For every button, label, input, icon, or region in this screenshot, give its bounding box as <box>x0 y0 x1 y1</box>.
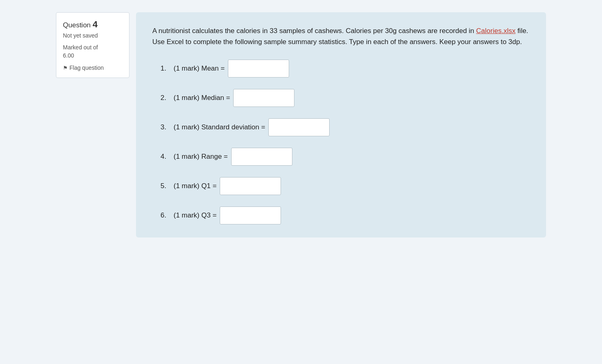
list-item: 5.(1 mark) Q1 = <box>161 177 530 195</box>
median-input[interactable] <box>233 89 294 107</box>
answer-list: 1.(1 mark) Mean =2.(1 mark) Median =3.(1… <box>152 60 530 224</box>
question-text: A nutritionist calculates the calories i… <box>152 25 530 47</box>
q3-input[interactable] <box>220 206 281 224</box>
item-label: (1 mark) Mean = <box>174 64 225 73</box>
item-label: (1 mark) Median = <box>174 94 230 102</box>
marked-out-of-text: Marked out of 6.00 <box>63 44 123 60</box>
list-item: 6.(1 mark) Q3 = <box>161 206 530 224</box>
item-number: 5. <box>161 182 170 190</box>
flag-icon: ⚑ <box>63 65 68 71</box>
item-label: (1 mark) Q3 = <box>174 211 216 220</box>
item-number: 1. <box>161 64 170 73</box>
mean-input[interactable] <box>228 60 289 78</box>
item-label: (1 mark) Range = <box>174 153 228 161</box>
question-number: 4 <box>93 19 98 29</box>
item-label: (1 mark) Standard deviation = <box>174 123 265 131</box>
sidebar: Question 4 Not yet saved Marked out of 6… <box>56 12 129 78</box>
page-container: Question 4 Not yet saved Marked out of 6… <box>56 8 546 237</box>
item-number: 6. <box>161 211 170 220</box>
list-item: 3.(1 mark) Standard deviation = <box>161 118 530 136</box>
calories-file-link[interactable]: Calories.xlsx <box>476 27 515 35</box>
not-yet-saved-text: Not yet saved <box>63 32 123 39</box>
question-text-part1: A nutritionist calculates the calories i… <box>152 27 476 35</box>
main-content: A nutritionist calculates the calories i… <box>136 12 546 237</box>
list-item: 1.(1 mark) Mean = <box>161 60 530 78</box>
item-number: 2. <box>161 94 170 102</box>
question-word: Question <box>63 21 91 29</box>
item-number: 3. <box>161 123 170 131</box>
q1-input[interactable] <box>220 177 281 195</box>
list-item: 4.(1 mark) Range = <box>161 148 530 166</box>
range-input[interactable] <box>231 148 292 166</box>
item-number: 4. <box>161 153 170 161</box>
marked-value: 6.00 <box>63 52 74 59</box>
stddev-input[interactable] <box>268 118 330 136</box>
flag-label: Flag question <box>69 64 104 71</box>
flag-question-button[interactable]: ⚑ Flag question <box>63 64 123 71</box>
marked-label: Marked out of <box>63 44 98 51</box>
question-label: Question 4 <box>63 19 123 30</box>
item-label: (1 mark) Q1 = <box>174 182 216 190</box>
list-item: 2.(1 mark) Median = <box>161 89 530 107</box>
